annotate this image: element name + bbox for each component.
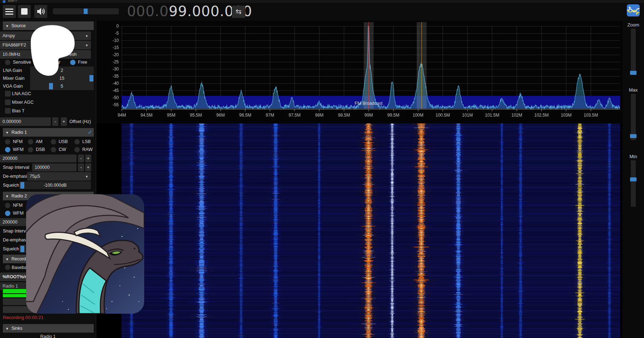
mode-lsb[interactable]: LSB: [74, 138, 91, 145]
source-device-value: Airspy: [3, 33, 15, 38]
mode-am[interactable]: AM: [28, 138, 43, 145]
collapse-arrow-icon: ▼: [3, 192, 11, 201]
max-slider[interactable]: [631, 94, 636, 140]
deemphasis-label: De-emphasis: [3, 172, 29, 180]
swap-arrows-icon: ⇆: [236, 8, 242, 15]
gain-mode-linear[interactable]: Linear: [40, 59, 60, 66]
device-serial-dropdown[interactable]: F8A868FF2▼: [0, 41, 91, 49]
mode-dsb[interactable]: DSB: [28, 146, 45, 153]
vga-gain-slider[interactable]: 5: [30, 82, 94, 90]
radio1-panel-header[interactable]: ▼Radio 1✓: [3, 128, 94, 137]
deemphasis-value: 75µS: [30, 174, 40, 179]
gain-mode-free[interactable]: Free: [70, 59, 87, 66]
mode-label: NFM: [13, 203, 23, 208]
min-slider-handle[interactable]: [630, 177, 636, 181]
recorder-path-value: %ROOT%/r: [3, 274, 26, 279]
zoom-slider-handle[interactable]: [630, 71, 636, 75]
fft-spectrum-display[interactable]: [96, 21, 623, 123]
slider-handle[interactable]: [20, 246, 24, 252]
module-enabled-check-icon[interactable]: ✓: [88, 128, 92, 137]
vga-gain-value: 5: [61, 84, 63, 89]
recorder-sink-value: Radio 1: [3, 284, 18, 289]
squelch-slider[interactable]: -100.000dB: [19, 181, 91, 189]
offset-decrement-button[interactable]: -: [52, 117, 58, 126]
radio-circle-icon: [51, 139, 56, 144]
min-slider[interactable]: [631, 160, 636, 207]
snap-increment-button[interactable]: +: [85, 163, 91, 171]
samplerate-dropdown[interactable]: 10.0MHz: [0, 50, 44, 59]
source-device-dropdown[interactable]: Airspy▼: [0, 31, 91, 40]
bandwidth-decrement-button[interactable]: -: [78, 155, 84, 162]
mode-cw[interactable]: CW: [51, 146, 66, 153]
mixer-agc-row[interactable]: Mixer AGC: [3, 99, 94, 107]
max-slider-handle[interactable]: [630, 134, 636, 138]
collapse-arrow-icon: ▼: [3, 324, 11, 333]
mode-label: NFM: [13, 139, 23, 144]
tuning-mode-button[interactable]: ⇆: [232, 6, 245, 18]
zoom-slider[interactable]: [631, 29, 636, 75]
offset-increment-button[interactable]: +: [61, 117, 67, 126]
bandwidth-value: 200000: [3, 220, 18, 225]
sdrpp-logo-icon: [627, 4, 640, 16]
bias-t-row[interactable]: Bias T: [3, 108, 94, 115]
offset-input[interactable]: 0.000000: [0, 117, 51, 126]
stop-icon: [18, 5, 31, 18]
volume-slider[interactable]: [53, 8, 119, 14]
device-serial-value: F8A868FF2: [3, 43, 26, 48]
deemphasis-dropdown[interactable]: 75µS▼: [27, 172, 91, 181]
mode-label: LSB: [82, 139, 91, 144]
gain-mode-label: Sensitive: [13, 60, 31, 65]
lna-agc-label: LNA AGC: [12, 91, 31, 96]
bias-t-label: Bias T: [12, 108, 24, 113]
window-titlebar: SDR++: [0, 0, 644, 3]
mode-label: RAW: [82, 147, 93, 152]
lna-gain-value: 2: [61, 68, 63, 73]
slider-handle[interactable]: [20, 182, 24, 188]
samplerate-value: 10.0MHz: [3, 52, 20, 57]
lna-gain-slider[interactable]: 2: [30, 67, 94, 74]
frequency-dim-digits: 000.0: [127, 3, 169, 19]
squelch-label: Squelch: [3, 181, 19, 189]
snap-interval-input[interactable]: 100000: [32, 163, 77, 171]
mode-nfm[interactable]: NFM: [5, 138, 23, 145]
checkbox-icon[interactable]: [5, 91, 11, 97]
radio-circle-icon: [5, 203, 10, 208]
volume-slider-handle[interactable]: [84, 9, 88, 14]
mode-nfm[interactable]: NFM: [5, 202, 23, 209]
mode-label: WFM: [13, 211, 24, 216]
radio1-mode-row2: WFM DSB CW RAW: [3, 146, 94, 153]
snap-interval-label: Snap Interval: [3, 163, 29, 171]
refresh-button[interactable]: Refresh: [47, 50, 91, 59]
mode-label: CW: [59, 147, 66, 152]
collapse-arrow-icon: ▼: [3, 255, 11, 264]
lna-agc-row[interactable]: LNA AGC: [3, 91, 94, 98]
radio-circle-icon: [5, 139, 10, 144]
slider-handle[interactable]: [89, 75, 93, 82]
radio-circle-icon: [28, 147, 33, 152]
mode-usb[interactable]: USB: [51, 138, 68, 145]
checkbox-icon[interactable]: [5, 99, 11, 105]
bandwidth-increment-button[interactable]: +: [85, 155, 91, 162]
radio-circle-icon: [74, 139, 80, 144]
waterfall-display[interactable]: [96, 123, 623, 338]
slider-handle[interactable]: [49, 83, 53, 89]
stop-button[interactable]: [18, 5, 31, 18]
snap-decrement-button[interactable]: -: [78, 163, 84, 171]
radio-selected-icon: [70, 60, 75, 65]
mode-wfm[interactable]: WFM: [5, 210, 24, 217]
mute-button[interactable]: [34, 5, 47, 18]
gain-mode-label: Linear: [48, 60, 60, 65]
menu-button[interactable]: [3, 5, 16, 18]
radio1-bandwidth-input[interactable]: 200000: [0, 155, 77, 162]
collapse-arrow-icon: ▼: [3, 22, 11, 30]
gain-mode-sensitive[interactable]: Sensitive: [5, 59, 31, 66]
checkbox-icon[interactable]: [5, 108, 11, 114]
source-panel-header[interactable]: ▼Source: [3, 21, 94, 30]
sinks-panel-header[interactable]: ▼Sinks: [3, 324, 94, 333]
mixer-gain-slider[interactable]: 15: [30, 74, 94, 82]
mode-wfm[interactable]: WFM: [5, 146, 24, 153]
squelch-label: Squelch: [3, 245, 19, 253]
radio1-mode-row1: NFM AM USB LSB: [3, 138, 94, 145]
mode-raw[interactable]: RAW: [74, 146, 93, 153]
bandwidth-value: 200000: [3, 156, 18, 161]
